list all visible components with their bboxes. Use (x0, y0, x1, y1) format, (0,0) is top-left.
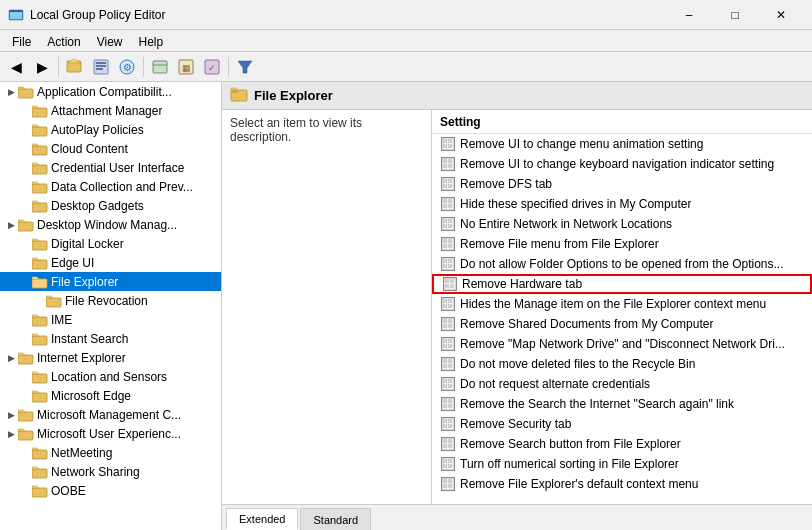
svg-rect-2 (9, 10, 23, 12)
tab-extended[interactable]: Extended (226, 508, 298, 530)
tree-item-label: Data Collection and Prev... (51, 180, 193, 194)
maximize-button[interactable]: □ (712, 0, 758, 30)
tree-item[interactable]: Location and Sensors (0, 367, 221, 386)
tree-item[interactable]: Cloud Content (0, 139, 221, 158)
folder-icon (32, 103, 48, 119)
setting-item[interactable]: Remove UI to change menu animation setti… (432, 134, 812, 154)
tree-item[interactable]: IME (0, 310, 221, 329)
tree-item[interactable]: Microsoft Edge (0, 386, 221, 405)
menu-file[interactable]: File (4, 32, 39, 49)
toolbar-btn6[interactable]: ✓ (200, 55, 224, 79)
tree-item-label: AutoPlay Policies (51, 123, 144, 137)
svg-marker-49 (32, 372, 39, 374)
settings-list[interactable]: Remove UI to change menu animation setti… (432, 134, 812, 504)
svg-rect-74 (448, 164, 452, 168)
menu-action[interactable]: Action (39, 32, 88, 49)
svg-rect-82 (448, 199, 452, 203)
setting-item[interactable]: Do not move deleted files to the Recycle… (432, 354, 812, 374)
toolbar-btn1[interactable] (63, 55, 87, 79)
menu-view[interactable]: View (89, 32, 131, 49)
toolbar-btn5[interactable]: ▦ (174, 55, 198, 79)
svg-rect-122 (448, 359, 452, 363)
setting-item[interactable]: Remove Hardware tab (432, 274, 812, 294)
setting-item[interactable]: Do not allow Folder Options to be opened… (432, 254, 812, 274)
tree-item[interactable]: File Explorer (0, 272, 221, 291)
setting-item[interactable]: Do not request alternate credentials (432, 374, 812, 394)
tree-expander: ▶ (4, 410, 18, 420)
setting-item[interactable]: Remove File menu from File Explorer (432, 234, 812, 254)
tree-item[interactable]: AutoPlay Policies (0, 120, 221, 139)
tree-item-label: Desktop Gadgets (51, 199, 144, 213)
setting-item[interactable]: Remove File Explorer's default context m… (432, 474, 812, 494)
svg-rect-48 (32, 374, 47, 383)
tree-item[interactable]: ▶ Microsoft User Experienc... (0, 424, 221, 443)
tree-item[interactable]: Credential User Interface (0, 158, 221, 177)
setting-item[interactable]: Remove DFS tab (432, 174, 812, 194)
toolbar-btn3[interactable]: ⚙ (115, 55, 139, 79)
tree-item[interactable]: File Revocation (0, 291, 221, 310)
setting-label: Remove UI to change menu animation setti… (460, 137, 703, 151)
svg-text:✓: ✓ (208, 63, 216, 73)
setting-item[interactable]: Remove UI to change keyboard navigation … (432, 154, 812, 174)
setting-item[interactable]: Remove Shared Documents from My Computer (432, 314, 812, 334)
toolbar-filter[interactable] (233, 55, 257, 79)
tree-item[interactable]: Data Collection and Prev... (0, 177, 221, 196)
setting-item[interactable]: Hide these specified drives in My Comput… (432, 194, 812, 214)
folder-icon (32, 122, 48, 138)
tree-item[interactable]: Edge UI (0, 253, 221, 272)
tree-item[interactable]: Network Sharing (0, 462, 221, 481)
setting-item[interactable]: Turn off numerical sorting in File Explo… (432, 454, 812, 474)
tree-item-label: OOBE (51, 484, 86, 498)
svg-rect-118 (443, 344, 447, 348)
tree-item[interactable]: OOBE (0, 481, 221, 500)
svg-rect-52 (18, 412, 33, 421)
setting-label: Remove Security tab (460, 417, 571, 431)
close-button[interactable]: ✕ (758, 0, 804, 30)
tree-item[interactable]: ▶ Desktop Window Manag... (0, 215, 221, 234)
toolbar-back[interactable]: ◀ (4, 55, 28, 79)
svg-rect-106 (443, 299, 447, 303)
toolbar-sep2 (143, 57, 144, 77)
tab-standard[interactable]: Standard (300, 508, 371, 530)
tree-item[interactable]: ▶ Application Compatibilit... (0, 82, 221, 101)
tree-item[interactable]: ▶ Microsoft Management C... (0, 405, 221, 424)
tree-item[interactable]: NetMeeting (0, 443, 221, 462)
tree-item[interactable]: ▶ Internet Explorer (0, 348, 221, 367)
setting-label: Do not move deleted files to the Recycle… (460, 357, 695, 371)
setting-item[interactable]: Remove the Search the Internet "Search a… (432, 394, 812, 414)
tree-item[interactable]: Digital Locker (0, 234, 221, 253)
tree-scroll[interactable]: ▶ Application Compatibilit... Attachment… (0, 82, 221, 530)
description-panel: Select an item to view its description. (222, 110, 432, 504)
setting-label: Remove File Explorer's default context m… (460, 477, 698, 491)
tree-item-label: File Revocation (65, 294, 148, 308)
svg-marker-53 (18, 410, 25, 412)
setting-item[interactable]: Remove Search button from File Explorer (432, 434, 812, 454)
tree-item-label: File Explorer (51, 275, 118, 289)
svg-rect-79 (448, 184, 452, 188)
setting-item[interactable]: Remove "Map Network Drive" and "Disconne… (432, 334, 812, 354)
menu-help[interactable]: Help (131, 32, 172, 49)
svg-rect-146 (443, 459, 447, 463)
tree-expander: ▶ (4, 220, 18, 230)
tree-item[interactable]: Attachment Manager (0, 101, 221, 120)
minimize-button[interactable]: – (666, 0, 712, 30)
setting-item[interactable]: Remove Security tab (432, 414, 812, 434)
tree-item-label: Edge UI (51, 256, 94, 270)
folder-icon (32, 464, 48, 480)
svg-rect-67 (448, 139, 452, 143)
svg-rect-127 (448, 379, 452, 383)
toolbar-btn2[interactable] (89, 55, 113, 79)
svg-rect-84 (448, 204, 452, 208)
svg-rect-38 (32, 279, 47, 288)
toolbar-sep3 (228, 57, 229, 77)
setting-item[interactable]: No Entire Network in Network Locations (432, 214, 812, 234)
svg-rect-69 (448, 144, 452, 148)
setting-item[interactable]: Hides the Manage item on the File Explor… (432, 294, 812, 314)
tree-item[interactable]: Instant Search (0, 329, 221, 348)
setting-label: Do not allow Folder Options to be opened… (460, 257, 784, 271)
svg-rect-11 (153, 61, 167, 73)
toolbar-forward[interactable]: ▶ (30, 55, 54, 79)
tree-item[interactable]: Desktop Gadgets (0, 196, 221, 215)
toolbar-btn4[interactable] (148, 55, 172, 79)
folder-icon (32, 160, 48, 176)
